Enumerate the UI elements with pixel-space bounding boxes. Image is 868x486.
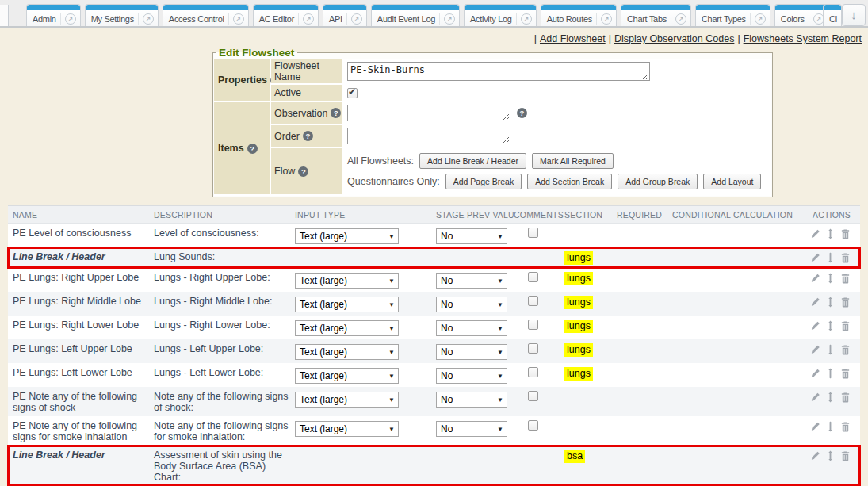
admin-tab[interactable]: Activity Log ↗ <box>464 4 537 28</box>
comments-checkbox[interactable] <box>528 343 538 354</box>
admin-tab[interactable]: Auto Routes ↗ <box>541 4 617 28</box>
move-vertical-icon[interactable] <box>825 421 835 432</box>
tab-overflow-cl[interactable]: Cl <box>823 4 842 28</box>
edit-pencil-icon[interactable] <box>810 320 820 331</box>
header-link[interactable]: Display Observation Codes <box>614 33 734 44</box>
external-link-icon[interactable]: ↗ <box>601 13 612 25</box>
stage-prev-value-select[interactable]: No ▼ <box>436 368 507 384</box>
stage-prev-value-select[interactable]: No ▼ <box>436 344 507 360</box>
flow-action-button[interactable]: Add Section Break <box>527 174 612 189</box>
input-type-select[interactable]: Text (large) ▼ <box>295 297 399 312</box>
move-vertical-icon[interactable] <box>825 297 835 308</box>
observation-input[interactable] <box>347 105 510 121</box>
move-vertical-icon[interactable] <box>825 273 835 284</box>
flow-action-button[interactable]: Add Line Break / Header <box>419 153 526 169</box>
questionnaires-only-caption: Questionnaires Only: <box>347 176 440 187</box>
delete-trash-icon[interactable] <box>840 297 851 308</box>
edit-pencil-icon[interactable] <box>810 368 820 379</box>
comments-checkbox[interactable] <box>528 272 538 282</box>
input-type-select[interactable]: Text (large) ▼ <box>295 273 399 289</box>
stage-prev-value-select[interactable]: No ▼ <box>436 273 507 289</box>
order-input[interactable] <box>347 128 510 144</box>
flow-action-button[interactable]: Add Group Break <box>618 174 698 189</box>
delete-trash-icon[interactable] <box>840 228 851 239</box>
edit-pencil-icon[interactable] <box>810 273 820 284</box>
table-row: PE Level of consciousness Level of consc… <box>8 224 860 247</box>
flow-action-button[interactable]: Add Layout <box>703 174 761 189</box>
comments-checkbox[interactable] <box>528 367 538 377</box>
delete-trash-icon[interactable] <box>840 368 851 379</box>
help-icon[interactable]: ? <box>247 144 258 154</box>
admin-tab[interactable]: Chart Types ↗ <box>695 4 770 28</box>
move-vertical-icon[interactable] <box>825 368 835 379</box>
move-vertical-icon[interactable] <box>825 344 835 355</box>
admin-tab[interactable]: Chart Tabs ↗ <box>621 4 691 28</box>
external-link-icon[interactable]: ↗ <box>143 13 154 25</box>
delete-trash-icon[interactable] <box>840 252 851 263</box>
help-icon[interactable]: ? <box>331 108 341 118</box>
external-link-icon[interactable]: ↗ <box>521 13 532 25</box>
admin-tab[interactable]: My Settings ↗ <box>85 4 159 28</box>
delete-trash-icon[interactable] <box>840 273 851 284</box>
admin-tab[interactable]: Colors ↗ <box>774 4 829 28</box>
external-link-icon[interactable]: ↗ <box>233 13 244 25</box>
external-link-icon[interactable]: ↗ <box>351 13 362 25</box>
admin-tab[interactable]: Admin ↗ <box>26 4 81 28</box>
admin-tab[interactable]: Audit Event Log ↗ <box>371 4 460 28</box>
delete-trash-icon[interactable] <box>840 320 851 331</box>
help-icon[interactable]: ? <box>517 108 527 118</box>
delete-trash-icon[interactable] <box>840 392 851 403</box>
external-link-icon[interactable]: ↗ <box>755 13 766 25</box>
stage-prev-value-select[interactable]: No ▼ <box>436 421 507 437</box>
edit-pencil-icon[interactable] <box>810 297 820 308</box>
flowsheet-name-input[interactable]: PE-Skin-Burns <box>347 62 650 81</box>
flow-action-button[interactable]: Mark All Required <box>532 153 614 169</box>
input-type-select[interactable]: Text (large) ▼ <box>295 421 399 437</box>
tab-divider <box>228 13 229 25</box>
admin-tab[interactable]: API ↗ <box>323 4 367 28</box>
comments-checkbox[interactable] <box>528 228 538 238</box>
edit-pencil-icon[interactable] <box>810 252 820 263</box>
move-vertical-icon[interactable] <box>825 228 835 239</box>
external-link-icon[interactable]: ↗ <box>303 13 314 25</box>
comments-checkbox[interactable] <box>528 320 538 330</box>
delete-trash-icon[interactable] <box>840 344 851 355</box>
input-type-select[interactable]: Text (large) ▼ <box>295 344 399 360</box>
delete-trash-icon[interactable] <box>840 450 851 461</box>
comments-checkbox[interactable] <box>528 420 538 431</box>
comments-checkbox[interactable] <box>528 296 538 306</box>
header-link[interactable]: Flowsheets System Report <box>744 33 862 44</box>
admin-tab[interactable]: Access Control ↗ <box>163 4 249 28</box>
comments-checkbox[interactable] <box>528 391 538 401</box>
admin-tab[interactable]: AC Editor ↗ <box>253 4 319 28</box>
edit-pencil-icon[interactable] <box>810 392 820 403</box>
move-vertical-icon[interactable] <box>825 320 835 331</box>
input-type-select[interactable]: Text (large) ▼ <box>295 228 399 244</box>
delete-trash-icon[interactable] <box>840 421 851 432</box>
external-link-icon[interactable]: ↗ <box>675 13 686 25</box>
active-checkbox[interactable] <box>347 88 358 98</box>
stage-prev-value-select[interactable]: No ▼ <box>436 392 507 408</box>
tab-scroll-down-button[interactable]: ↓ <box>842 4 866 26</box>
edit-pencil-icon[interactable] <box>810 344 820 355</box>
table-row: Line Break / Header Assessment of skin u… <box>8 446 860 486</box>
input-type-select[interactable]: Text (large) ▼ <box>295 368 399 384</box>
move-vertical-icon[interactable] <box>825 392 835 403</box>
move-vertical-icon[interactable] <box>825 252 835 263</box>
stage-prev-value-select[interactable]: No ▼ <box>436 320 507 336</box>
edit-pencil-icon[interactable] <box>810 450 820 461</box>
input-type-select[interactable]: Text (large) ▼ <box>295 392 399 408</box>
input-type-select[interactable]: Text (large) ▼ <box>295 320 399 336</box>
edit-pencil-icon[interactable] <box>810 228 820 239</box>
tab-divider <box>809 13 809 25</box>
flow-action-button[interactable]: Add Page Break <box>445 174 522 189</box>
help-icon[interactable]: ? <box>298 166 308 177</box>
help-icon[interactable]: ? <box>303 131 313 141</box>
external-link-icon[interactable]: ↗ <box>65 13 76 25</box>
stage-prev-value-select[interactable]: No ▼ <box>436 297 507 312</box>
edit-pencil-icon[interactable] <box>810 421 820 432</box>
move-vertical-icon[interactable] <box>825 450 835 461</box>
stage-prev-value-select[interactable]: No ▼ <box>436 228 507 244</box>
header-link[interactable]: Add Flowsheet <box>540 33 606 44</box>
external-link-icon[interactable]: ↗ <box>444 13 455 25</box>
